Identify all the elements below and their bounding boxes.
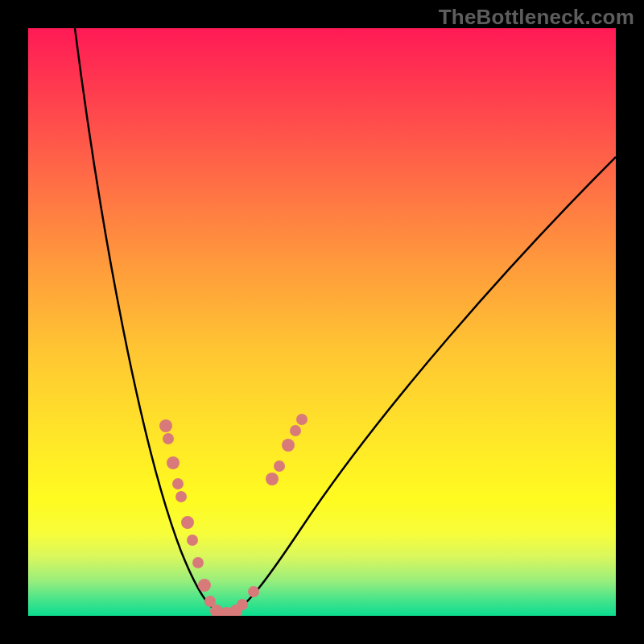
sample-dot: [159, 419, 172, 432]
sample-dot: [167, 456, 180, 469]
sample-dot: [266, 473, 279, 485]
sample-dot: [163, 433, 174, 444]
sample-dot: [175, 491, 187, 502]
sample-dot: [198, 579, 211, 592]
sample-dot: [192, 557, 204, 568]
sample-dots-layer: [28, 28, 616, 616]
sample-dots: [159, 414, 308, 616]
sample-dot: [237, 599, 248, 610]
sample-dot: [248, 586, 259, 597]
sample-dot: [181, 516, 194, 529]
sample-dot: [172, 478, 184, 489]
sample-dot: [282, 439, 295, 452]
sample-dot: [290, 425, 301, 436]
sample-dot: [296, 414, 308, 425]
plot-area: [28, 28, 616, 616]
watermark-text: TheBottleneck.com: [439, 5, 634, 30]
sample-dot: [187, 535, 198, 546]
chart-stage: TheBottleneck.com: [0, 0, 644, 644]
sample-dot: [274, 460, 285, 472]
